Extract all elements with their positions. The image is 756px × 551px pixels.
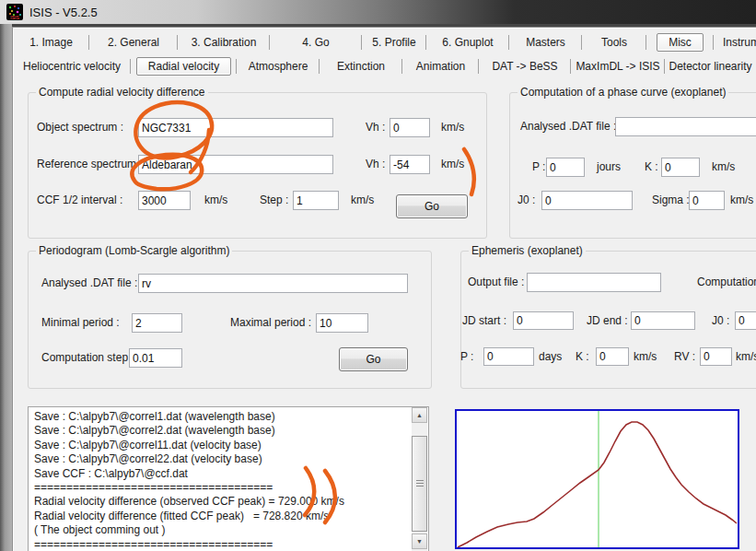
jd-start-input[interactable] (513, 311, 574, 330)
ephemeris-p-input[interactable] (483, 347, 534, 366)
log-line: ===================================== (34, 481, 406, 495)
svg-text:ISIS: ISIS (10, 15, 19, 20)
ephemeris-rv-input[interactable] (700, 347, 732, 366)
tab-5-profile[interactable]: 5. Profile (362, 30, 426, 54)
vh-object-label: Vh : (366, 118, 385, 137)
group-title: Periodogram (Lomb-Scargle algorithm) (36, 244, 232, 258)
tab-label: Extinction (337, 60, 385, 73)
vh-reference-input[interactable] (390, 155, 430, 174)
phase-dat-label: Analysed .DAT file : (520, 117, 616, 136)
tab-atmosphere[interactable]: Atmosphere (237, 54, 320, 78)
tab-6-gnuplot[interactable]: 6. Gnuplot (426, 30, 509, 54)
log-line: Radial velocity difference (fitted CCF p… (34, 510, 406, 523)
minimal-period-input[interactable] (132, 313, 182, 333)
ephemeris-k-input[interactable] (596, 347, 629, 366)
scroll-up-button[interactable]: ▲ (412, 407, 427, 423)
log-line: Save : C:\alpyb7\@correl11.dat (velocity… (34, 439, 406, 452)
step-input[interactable] (293, 191, 339, 210)
ccf-plot (455, 409, 739, 549)
log-scrollbar[interactable]: ▲ ▼ (412, 407, 427, 551)
tab-label: Detector linearity (669, 60, 751, 73)
ephemeris-p-label: P : (460, 347, 473, 367)
periodogram-dat-input[interactable] (138, 274, 408, 293)
phase-dat-input[interactable] (615, 117, 756, 136)
tab-masters[interactable]: Masters (509, 30, 582, 54)
vh-object-input[interactable] (390, 118, 430, 137)
tab-3-calibration[interactable]: 3. Calibration (178, 30, 270, 54)
log-output[interactable]: Save : C:\alpyb7\@correl1.dat (wavelengt… (28, 406, 429, 551)
tab-label: Atmosphere (249, 60, 308, 73)
tab-label: Masters (526, 36, 565, 49)
ephemeris-k-unit: km/s (634, 347, 657, 367)
log-line: ===================================== (34, 538, 406, 551)
ephemeris-p-unit: days (539, 347, 562, 367)
phase-p-input[interactable] (546, 158, 585, 177)
phase-j0-input[interactable] (541, 191, 633, 210)
tab-radial-velocity-selected[interactable]: Radial velocity (131, 54, 237, 78)
scroll-down-button[interactable]: ▼ (412, 533, 427, 549)
tab-label: 2. General (108, 36, 159, 49)
window-title: ISIS - V5.2.5 (29, 6, 98, 19)
log-line: ( The object comming out ) (34, 523, 406, 537)
compute-rv-go-button[interactable]: Go (396, 194, 468, 218)
tab-animation[interactable]: Animation (402, 54, 479, 78)
tab-label: Radial velocity (136, 57, 231, 76)
vh-reference-unit: km/s (441, 155, 464, 174)
step-label: Step : (260, 191, 288, 210)
tab-heliocentric-velocity[interactable]: Heliocentric velocity (13, 54, 131, 78)
group-title: Compute radial velocity difference (36, 86, 208, 100)
jd-end-input[interactable] (631, 311, 695, 330)
ephemeris-computation-label: Computation s (697, 273, 756, 292)
log-line: Radial velocity difference (observed CCF… (34, 495, 406, 509)
tab-label: DAT -> BeSS (492, 60, 557, 73)
tab-tools[interactable]: Tools (582, 30, 646, 54)
tab-label: 5. Profile (372, 36, 415, 49)
phase-k-input[interactable] (661, 158, 700, 177)
tab-label: MaxImDL -> ISIS (576, 60, 659, 73)
tab-dat-to-bess[interactable]: DAT -> BeSS (479, 54, 571, 78)
log-line: Save CCF : C:\alpyb7\@ccf.dat (34, 467, 406, 481)
scrollbar-thumb[interactable] (412, 436, 427, 532)
tab-label: 1. Image (29, 36, 73, 49)
tab-1-image[interactable]: 1. Image (13, 30, 89, 54)
thumb-grip-icon (416, 480, 424, 487)
output-file-label: Output file : (468, 273, 524, 292)
tab-detector-linearity[interactable]: Detector linearity (665, 54, 756, 78)
tab-strip-main: 1. Image 2. General 3. Calibration 4. Go… (13, 30, 756, 54)
arrow-down-icon: ▼ (416, 538, 423, 545)
ephemeris-k-label: K : (576, 347, 589, 367)
tab-label: Misc (657, 33, 704, 52)
phase-k-unit: km/s (712, 158, 735, 177)
object-spectrum-input[interactable] (138, 118, 333, 137)
phase-sigma-input[interactable] (689, 191, 725, 210)
tab-extinction[interactable]: Extinction (320, 54, 402, 78)
ephemeris-rv-unit: km/s (736, 347, 756, 367)
titlebar[interactable]: ISIS ISIS - V5.2.5 (0, 0, 756, 24)
vh-reference-label: Vh : (366, 155, 385, 174)
ccf-curve (458, 422, 737, 547)
tab-maximdl-to-isis[interactable]: MaxImDL -> ISIS (571, 54, 665, 78)
ccf-interval-input[interactable] (138, 191, 191, 210)
tab-4-go[interactable]: 4. Go (270, 30, 362, 54)
maximal-period-input[interactable] (316, 313, 368, 333)
app-icon: ISIS (6, 4, 23, 20)
ephemeris-rv-label: RV : (674, 347, 695, 367)
tab-label: 4. Go (302, 36, 329, 49)
tab-strip-misc: Heliocentric velocity Radial velocity At… (13, 54, 756, 78)
ccf-interval-label: CCF 1/2 interval : (37, 191, 122, 210)
tab-label: Instrum (723, 36, 756, 49)
log-line: Save : C:\alpyb7\@correl22.dat (velocity… (34, 452, 406, 466)
periodogram-dat-label: Analysed .DAT file : (41, 274, 137, 293)
reference-spectrum-label: Reference spectrum : (37, 155, 143, 174)
tab-instrument[interactable]: Instrum (714, 30, 756, 54)
computation-step-input[interactable] (129, 348, 182, 368)
reference-spectrum-input[interactable] (138, 155, 333, 174)
output-file-input[interactable] (527, 273, 661, 292)
log-line: Save : C:\alpyb7\@correl2.dat (wavelengt… (34, 424, 406, 438)
ephemeris-j0-input[interactable] (735, 311, 756, 330)
tab-2-general[interactable]: 2. General (89, 30, 178, 54)
tab-misc-selected[interactable]: Misc (646, 30, 714, 54)
phase-p-label: P : (532, 158, 545, 177)
step-unit: km/s (351, 191, 374, 210)
periodogram-go-button[interactable]: Go (339, 347, 408, 371)
